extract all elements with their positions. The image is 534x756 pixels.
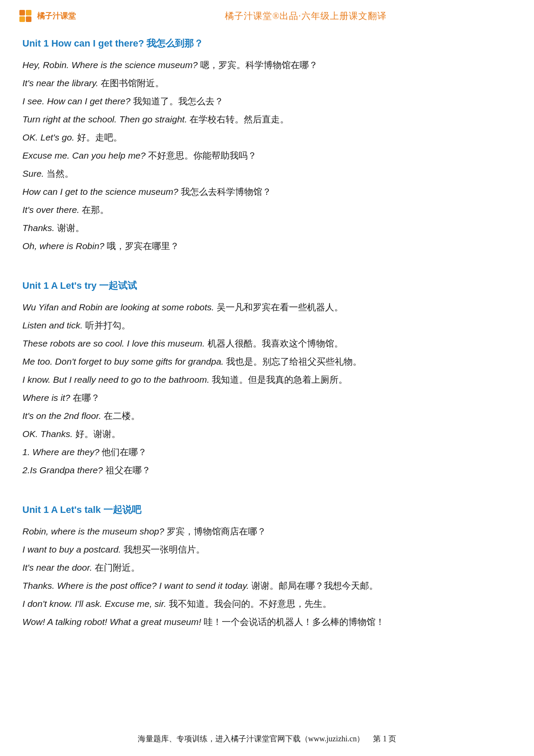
line-en: Sure. bbox=[22, 169, 47, 178]
footer-page: 第 1 页 bbox=[373, 734, 396, 744]
page-footer: 海量题库、专项训练，进入橘子汁课堂官网下载（www.juzizhi.cn） 第 … bbox=[0, 734, 534, 744]
footer-text: 海量题库、专项训练，进入橘子汁课堂官网下载（www.juzizhi.cn） bbox=[138, 734, 365, 744]
line-item: OK. Let's go. 好。走吧。 bbox=[22, 128, 512, 147]
logo-squares bbox=[19, 10, 31, 22]
line-item: How can I get to the science museum? 我怎么… bbox=[22, 183, 512, 201]
line-en: Thanks. bbox=[22, 223, 57, 233]
page-header: 橘子汁课堂 橘子汁课堂®出品·六年级上册课文翻译 bbox=[0, 0, 534, 29]
line-cn: 在二楼。 bbox=[104, 411, 140, 421]
line-cn: 祖父在哪？ bbox=[106, 465, 151, 475]
line-en: It's over there. bbox=[22, 205, 82, 215]
line-item: 2.Is Grandpa there? 祖父在哪？ bbox=[22, 461, 512, 479]
line-cn: 我知道。但是我真的急着上厕所。 bbox=[212, 375, 348, 384]
line-cn: 哇！一个会说话的机器人！多么棒的博物馆！ bbox=[204, 617, 385, 627]
line-en: I know. But I really need to go to the b… bbox=[22, 375, 212, 384]
line-item: I want to buy a postcard. 我想买一张明信片。 bbox=[22, 540, 512, 559]
section-unit1-lets-try: Unit 1 A Let's try 一起试试 Wu Yifan and Rob… bbox=[22, 279, 512, 479]
section-title-unit1-lets-try: Unit 1 A Let's try 一起试试 bbox=[22, 279, 512, 292]
line-item: Me too. Don't forget to buy some gifts f… bbox=[22, 353, 512, 371]
line-en: Thanks. Where is the post office? I want… bbox=[22, 581, 251, 590]
logo-area: 橘子汁课堂 bbox=[17, 8, 95, 24]
sq1 bbox=[19, 10, 25, 16]
line-en: Excuse me. Can you help me? bbox=[22, 150, 148, 160]
line-item: Thanks. Where is the post office? I want… bbox=[22, 577, 512, 595]
line-en: It's on the 2nd floor. bbox=[22, 411, 104, 421]
line-en: 1. Where are they? bbox=[22, 447, 102, 457]
line-en: These robots are so cool. I love this mu… bbox=[22, 338, 208, 348]
line-en: Turn right at the school. Then go straig… bbox=[22, 114, 189, 124]
line-cn: 嗯，罗宾。科学博物馆在哪？ bbox=[200, 60, 318, 70]
sq3 bbox=[19, 16, 25, 22]
line-cn: 我怎么去科学博物馆？ bbox=[181, 187, 271, 197]
line-en: I see. How can I get there? bbox=[22, 96, 133, 106]
line-item: Turn right at the school. Then go straig… bbox=[22, 110, 512, 128]
header-title: 橘子汁课堂®出品·六年级上册课文翻译 bbox=[95, 10, 517, 22]
line-cn: 罗宾，博物馆商店在哪？ bbox=[167, 526, 266, 536]
line-cn: 谢谢。邮局在哪？我想今天邮。 bbox=[251, 581, 378, 590]
section-unit1-main: Unit 1 How can I get there? 我怎么到那？ Hey, … bbox=[22, 37, 512, 255]
section-title-unit1-main: Unit 1 How can I get there? 我怎么到那？ bbox=[22, 37, 512, 50]
line-item: Thanks. 谢谢。 bbox=[22, 219, 512, 237]
line-cn: 我想买一张明信片。 bbox=[124, 544, 205, 554]
line-en: Robin, where is the museum shop? bbox=[22, 526, 167, 536]
line-cn: 在学校右转。然后直走。 bbox=[189, 114, 289, 124]
line-en: 2.Is Grandpa there? bbox=[22, 465, 106, 475]
line-cn: 当然。 bbox=[47, 169, 74, 178]
line-item: Robin, where is the museum shop? 罗宾，博物馆商… bbox=[22, 522, 512, 540]
logo-text: 橘子汁课堂 bbox=[37, 11, 76, 21]
line-en: Wu Yifan and Robin are looking at some r… bbox=[22, 302, 217, 312]
line-item: These robots are so cool. I love this mu… bbox=[22, 334, 512, 353]
line-en: OK. Let's go. bbox=[22, 132, 77, 142]
line-item: Hey, Robin. Where is the science museum?… bbox=[22, 56, 512, 74]
line-cn: 他们在哪？ bbox=[102, 447, 147, 457]
line-cn: 在图书馆附近。 bbox=[101, 78, 164, 88]
line-item: It's on the 2nd floor. 在二楼。 bbox=[22, 407, 512, 425]
line-cn: 机器人很酷。我喜欢这个博物馆。 bbox=[208, 338, 343, 348]
line-item: It's near the library. 在图书馆附近。 bbox=[22, 74, 512, 92]
line-cn: 我知道了。我怎么去？ bbox=[133, 96, 224, 106]
line-cn: 我也是。别忘了给祖父买些礼物。 bbox=[226, 356, 362, 366]
line-en: I want to buy a postcard. bbox=[22, 544, 124, 554]
line-en: It's near the library. bbox=[22, 78, 101, 88]
section-title-unit1-lets-talk: Unit 1 A Let's talk 一起说吧 bbox=[22, 503, 512, 516]
main-content: Unit 1 How can I get there? 我怎么到那？ Hey, … bbox=[0, 29, 534, 664]
line-item: Listen and tick. 听并打勾。 bbox=[22, 316, 512, 334]
line-item: Excuse me. Can you help me? 不好意思。你能帮助我吗？ bbox=[22, 147, 512, 165]
line-en: Where is it? bbox=[22, 393, 73, 403]
line-en: Wow! A talking robot! What a great museu… bbox=[22, 617, 204, 627]
line-item: Where is it? 在哪？ bbox=[22, 389, 512, 407]
line-item: It's over there. 在那。 bbox=[22, 201, 512, 219]
section-lines-unit1-main: Hey, Robin. Where is the science museum?… bbox=[22, 56, 512, 255]
line-en: Oh, where is Robin? bbox=[22, 241, 107, 251]
line-en: Listen and tick. bbox=[22, 320, 85, 330]
line-item: Sure. 当然。 bbox=[22, 165, 512, 183]
line-en: Me too. Don't forget to buy some gifts f… bbox=[22, 356, 226, 366]
line-en: It's near the door. bbox=[22, 562, 95, 572]
line-en: OK. Thanks. bbox=[22, 429, 75, 439]
line-cn: 我不知道。我会问的。不好意思，先生。 bbox=[169, 599, 332, 609]
line-item: 1. Where are they? 他们在哪？ bbox=[22, 443, 512, 461]
logo-icon bbox=[17, 8, 34, 24]
line-item: Wow! A talking robot! What a great museu… bbox=[22, 613, 512, 631]
line-cn: 吴一凡和罗宾在看一些机器人。 bbox=[217, 302, 343, 312]
line-item: I know. But I really need to go to the b… bbox=[22, 371, 512, 389]
line-en: How can I get to the science museum? bbox=[22, 187, 181, 197]
line-cn: 在门附近。 bbox=[95, 562, 140, 572]
line-cn: 在哪？ bbox=[73, 393, 100, 403]
line-item: OK. Thanks. 好。谢谢。 bbox=[22, 425, 512, 443]
line-cn: 不好意思。你能帮助我吗？ bbox=[148, 150, 257, 160]
line-item: It's near the door. 在门附近。 bbox=[22, 559, 512, 577]
section-lines-unit1-lets-try: Wu Yifan and Robin are looking at some r… bbox=[22, 298, 512, 479]
line-en: I don't know. I'll ask. Excuse me, sir. bbox=[22, 599, 169, 609]
line-en: Hey, Robin. Where is the science museum? bbox=[22, 60, 200, 70]
sq2 bbox=[26, 10, 31, 16]
line-cn: 好。谢谢。 bbox=[75, 429, 121, 439]
line-item: Wu Yifan and Robin are looking at some r… bbox=[22, 298, 512, 316]
line-cn: 谢谢。 bbox=[57, 223, 84, 233]
line-cn: 听并打勾。 bbox=[85, 320, 130, 330]
section-lines-unit1-lets-talk: Robin, where is the museum shop? 罗宾，博物馆商… bbox=[22, 522, 512, 631]
sq4 bbox=[26, 16, 31, 22]
line-item: I don't know. I'll ask. Excuse me, sir. … bbox=[22, 595, 512, 613]
line-cn: 在那。 bbox=[82, 205, 109, 215]
section-unit1-lets-talk: Unit 1 A Let's talk 一起说吧 Robin, where is… bbox=[22, 503, 512, 631]
